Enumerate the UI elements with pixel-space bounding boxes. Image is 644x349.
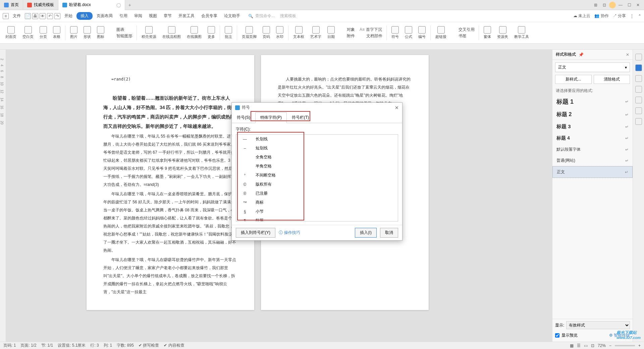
insert-to-bar-button[interactable]: 插入到符号栏(Y) — [236, 228, 275, 238]
view-mode-3-icon[interactable]: ▭ — [584, 343, 588, 348]
command-search[interactable]: 🔍 查找命令... — [248, 13, 275, 19]
char-row[interactable]: 全角空格 — [236, 153, 398, 162]
redo-icon[interactable]: ↷ — [54, 13, 60, 19]
ribbon-crossref[interactable]: 交叉引用 — [452, 27, 475, 33]
status-content[interactable]: ✔ 内容检查 — [164, 343, 184, 348]
ribbon-number[interactable]: 编号 — [416, 26, 428, 40]
status-page[interactable]: 页码: 1 — [3, 343, 16, 348]
styles-close-icon[interactable]: ✕ — [626, 52, 629, 57]
tool-icon-2[interactable] — [635, 64, 642, 71]
tool-icon-3[interactable] — [635, 75, 642, 82]
ribbon-date[interactable]: 日期 — [325, 26, 337, 40]
tool-icon-7[interactable] — [635, 118, 642, 125]
ribbon-table[interactable]: 表格 — [50, 26, 63, 40]
char-row[interactable]: 半角空格 — [236, 162, 398, 171]
ribbon-pic[interactable]: 图片 — [67, 26, 80, 40]
cooperate-button[interactable]: 👥 协作 — [594, 13, 608, 19]
zoom-in-icon[interactable]: + — [638, 343, 641, 348]
dialog-tab-symbol[interactable]: 符号(S) — [232, 112, 255, 123]
ribbon-bookmark[interactable]: 书签 — [452, 33, 475, 39]
menu-start[interactable]: 开始 — [62, 12, 75, 20]
ribbon-textbox[interactable]: 文本框 — [290, 26, 307, 40]
tab-home[interactable]: 首页 — [0, 0, 23, 10]
insert-button[interactable]: 插入(I) — [355, 228, 377, 238]
menu-view[interactable]: 视图 — [146, 12, 160, 20]
dialog-tab-special[interactable]: 特殊字符(P) — [255, 112, 287, 123]
char-row[interactable]: §小节 — [236, 207, 398, 216]
close-button[interactable]: ✕ — [634, 1, 642, 9]
menu-review[interactable]: 审阅 — [131, 12, 145, 20]
tool-icon-5[interactable] — [635, 97, 642, 103]
ribbon-formula[interactable]: 公式 — [402, 26, 415, 40]
apps-icon[interactable]: ⊡ — [600, 1, 608, 9]
share-button[interactable]: ↗ 分享 — [613, 13, 626, 19]
dialog-tab-bar[interactable]: 符号栏(T) — [287, 112, 314, 123]
menu-toggle-icon[interactable]: ≡ — [3, 13, 9, 19]
undo-icon[interactable]: ↶ — [47, 13, 53, 19]
ribbon-cover[interactable]: 封面页 — [3, 26, 19, 40]
current-style-select[interactable]: 正文 ▾ — [555, 62, 630, 72]
menu-chapter[interactable]: 章节 — [161, 12, 174, 20]
menu-insert[interactable]: 插入 — [76, 12, 93, 20]
status-setvalue[interactable]: 设置值: 5.1厘米 — [58, 343, 86, 348]
ribbon-resource2[interactable]: 资源夹 — [494, 26, 511, 40]
ribbon-object[interactable]: 对象 — [340, 27, 355, 33]
status-pages[interactable]: 页面: 1/2 — [20, 343, 36, 348]
dialog-close-icon[interactable]: ✕ — [395, 105, 399, 110]
char-row[interactable]: ®已注册 — [236, 189, 398, 198]
ribbon-shape[interactable]: 形状 — [81, 26, 94, 40]
collapse-ribbon-icon[interactable]: ⌃ — [638, 14, 641, 18]
menu-member[interactable]: 会员专享 — [199, 12, 220, 20]
tool-icon-4[interactable] — [635, 86, 642, 93]
style-item[interactable]: 正文↵ — [552, 166, 633, 178]
status-line[interactable]: 行: 3 — [90, 343, 99, 348]
style-item[interactable]: 普通(网站)↵ — [552, 155, 633, 166]
ribbon-blank[interactable]: 空白页 — [20, 26, 36, 40]
preview-checkbox[interactable] — [555, 333, 559, 338]
more-icon[interactable]: ⋮ — [630, 14, 634, 18]
cloud-status[interactable]: ☁ 未上云 — [573, 13, 590, 19]
style-item[interactable]: 标题 1↵ — [552, 95, 633, 108]
clear-format-button[interactable]: 清除格式 — [594, 75, 630, 84]
minimize-button[interactable]: — — [616, 1, 625, 9]
ribbon-pagebreak[interactable]: 分页 — [37, 26, 50, 40]
tool-icon-6[interactable] — [635, 107, 642, 114]
tab-document[interactable]: 盼望着.docx◯ — [58, 0, 125, 10]
menu-file[interactable]: 文件 — [10, 12, 23, 20]
ribbon-flowchart[interactable]: 在线流程图 — [160, 26, 183, 40]
maximize-button[interactable]: ☐ — [625, 1, 633, 9]
horizontal-ruler[interactable] — [0, 44, 644, 50]
ribbon-smart[interactable]: 智能图形 — [110, 33, 132, 39]
status-words[interactable]: 字数: 895 — [117, 343, 134, 348]
char-list[interactable]: —长划线–短划线全角空格半角空格°不间断空格©版权所有®已注册™商标§小节¶段落… — [236, 134, 398, 221]
ribbon-watermark[interactable]: 水印 — [273, 26, 286, 40]
ribbon-chart[interactable]: 图表 — [110, 27, 132, 33]
char-row[interactable]: —长划线 — [236, 135, 398, 144]
vertical-ruler[interactable]: 2468101214161820 — [0, 50, 6, 342]
new-style-button[interactable]: 新样式... — [555, 75, 592, 84]
menu-dev[interactable]: 开发工具 — [176, 12, 197, 20]
menu-thesis[interactable]: 论文助手 — [221, 12, 243, 20]
char-row[interactable]: ¶段落 — [236, 216, 398, 221]
tool-icon-1[interactable] — [635, 54, 642, 60]
smart-layout-link[interactable]: ⚙ 智能排版 — [609, 333, 630, 338]
ribbon-pagenum[interactable]: 页码 — [260, 26, 273, 40]
ribbon-header[interactable]: 页眉页脚 — [239, 26, 259, 40]
zoom-slider[interactable] — [615, 345, 635, 346]
styles-pin-icon[interactable]: 📌 — [579, 52, 584, 57]
cancel-button[interactable]: 取消 — [380, 228, 398, 238]
preview-icon[interactable]: 👁 — [40, 13, 46, 19]
char-row[interactable]: ©版权所有 — [236, 180, 398, 189]
view-mode-1-icon[interactable]: ▦ — [570, 343, 574, 348]
status-section[interactable]: 节: 1/1 — [41, 343, 53, 348]
ribbon-hyperlink[interactable]: 超链接 — [433, 26, 449, 40]
ribbon-icon[interactable]: 图标 — [94, 26, 107, 40]
menu-ref[interactable]: 引用 — [117, 12, 130, 20]
save-icon[interactable]: 📄 — [25, 13, 31, 19]
style-item[interactable]: 标题 4↵ — [552, 133, 633, 144]
ribbon-more[interactable]: 更多 — [205, 26, 218, 40]
ribbon-attach[interactable]: 附件 — [340, 33, 355, 39]
status-col[interactable]: 列: 1 — [104, 343, 112, 348]
ribbon-resource[interactable]: 稻壳资源 — [139, 26, 159, 40]
char-row[interactable]: °不间断空格 — [236, 171, 398, 180]
